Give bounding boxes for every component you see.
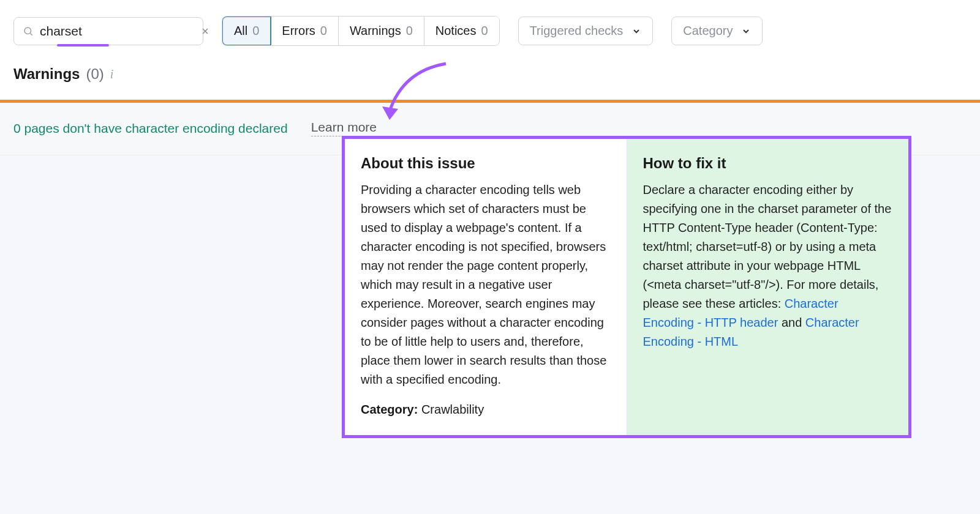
tab-errors-label: Errors	[282, 24, 315, 38]
tab-notices-label: Notices	[435, 24, 477, 38]
tab-all-label: All	[234, 24, 247, 38]
info-icon[interactable]: i	[110, 67, 114, 81]
tab-errors[interactable]: Errors 0	[271, 17, 339, 45]
section-heading: Warnings (0) i	[0, 57, 980, 100]
svg-line-1	[30, 33, 32, 35]
about-body: Providing a character encoding tells web…	[361, 181, 611, 389]
filter-tabs: All 0 Errors 0 Warnings 0 Notices 0	[222, 16, 500, 46]
annotation-underline	[57, 44, 109, 47]
about-heading: About this issue	[361, 155, 611, 172]
tab-warnings-label: Warnings	[350, 24, 401, 38]
triggered-checks-label: Triggered checks	[530, 24, 624, 38]
clear-icon[interactable]	[200, 26, 210, 36]
section-title-count: (0)	[86, 65, 104, 83]
fix-and: and	[778, 316, 805, 329]
category-dropdown[interactable]: Category	[671, 17, 763, 45]
tab-errors-count: 0	[320, 24, 327, 38]
category-label: Category	[683, 24, 733, 38]
about-panel: About this issue Providing a character e…	[345, 139, 627, 435]
category-label-text: Category:	[361, 403, 418, 416]
tab-all[interactable]: All 0	[222, 16, 271, 46]
search-icon	[23, 26, 34, 37]
tab-warnings-count: 0	[406, 24, 413, 38]
svg-point-0	[24, 28, 31, 34]
fix-body-text: Declare a character encoding either by s…	[643, 183, 892, 310]
search-input-wrap[interactable]	[13, 17, 203, 45]
fix-heading: How to fix it	[643, 155, 893, 172]
issue-title-link[interactable]: 0 pages don't have character encoding de…	[13, 121, 288, 136]
category-line: Category: Crawlability	[361, 403, 611, 417]
chevron-down-icon	[631, 26, 641, 36]
learn-more-link[interactable]: Learn more	[311, 120, 377, 136]
category-value: Crawlability	[421, 403, 484, 416]
triggered-checks-dropdown[interactable]: Triggered checks	[518, 17, 654, 45]
toolbar: All 0 Errors 0 Warnings 0 Notices 0 Trig…	[0, 0, 980, 57]
section-title-text: Warnings	[13, 65, 80, 83]
chevron-down-icon	[741, 26, 751, 36]
tab-notices-count: 0	[481, 24, 488, 38]
fix-body: Declare a character encoding either by s…	[643, 181, 893, 351]
tab-all-count: 0	[252, 24, 259, 38]
issue-details-popover: About this issue Providing a character e…	[342, 136, 911, 438]
search-input[interactable]	[40, 24, 200, 39]
tab-warnings[interactable]: Warnings 0	[339, 17, 424, 45]
fix-panel: How to fix it Declare a character encodi…	[627, 139, 909, 435]
tab-notices[interactable]: Notices 0	[424, 17, 499, 45]
